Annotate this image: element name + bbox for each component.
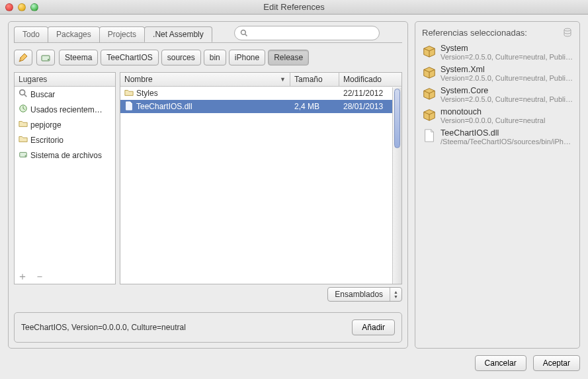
reference-name: System.Xml — [441, 65, 573, 74]
col-size-header[interactable]: Tamaño — [290, 73, 339, 86]
add-button[interactable]: Añadir — [352, 319, 395, 335]
crumb-release[interactable]: Release — [268, 50, 309, 65]
reference-name: System.Core — [441, 86, 573, 95]
drive-icon — [19, 149, 28, 161]
edit-path-button[interactable] — [14, 50, 32, 65]
accept-button[interactable]: Aceptar — [533, 355, 580, 371]
file-size: 2,4 MB — [290, 102, 339, 111]
place-usados-recientem-[interactable]: Usados recientem… — [15, 102, 115, 117]
folder-icon — [124, 88, 134, 99]
svg-point-3 — [48, 59, 49, 60]
place-label: Usados recientem… — [30, 105, 103, 114]
place-pepjorge[interactable]: pepjorge — [15, 117, 115, 132]
stepper-icon: ▲▼ — [390, 290, 401, 299]
reference-detail: Version=0.0.0.0, Culture=neutral — [441, 116, 573, 124]
crumb-teechartios[interactable]: TeeChartIOS — [101, 50, 158, 65]
col-name-header[interactable]: Nombre ▼ — [120, 73, 290, 86]
svg-point-8 — [25, 155, 26, 157]
tab-projects[interactable]: Projects — [99, 26, 145, 42]
search-icon — [240, 29, 248, 37]
selected-references-header: Referencias seleccionadas: — [422, 28, 527, 38]
window-title: Edit References — [0, 2, 588, 12]
crumb-sources[interactable]: sources — [161, 50, 201, 65]
pkg-icon — [422, 86, 437, 103]
reference-detail: /Steema/TeeChartIOS/sources/bin/iPhon… — [441, 138, 573, 146]
remove-place-button[interactable]: － — [34, 270, 45, 284]
folder-icon — [19, 119, 28, 130]
place-label: Buscar — [30, 90, 55, 99]
reference-detail: Version=2.0.5.0, Culture=neutral, Public… — [441, 74, 573, 82]
places-header: Lugares — [15, 73, 115, 87]
tab-todo[interactable]: Todo — [14, 26, 48, 42]
pkg-icon — [422, 107, 437, 124]
filter-dropdown[interactable]: Ensamblados ▲▼ — [327, 287, 402, 302]
recent-icon — [19, 104, 28, 115]
svg-line-1 — [245, 34, 247, 36]
reference-item[interactable]: SystemVersion=2.0.5.0, Culture=neutral, … — [421, 42, 574, 63]
window-minimize-button[interactable] — [18, 3, 26, 11]
reference-item[interactable]: System.XmlVersion=2.0.5.0, Culture=neutr… — [421, 63, 574, 84]
sort-indicator-icon: ▼ — [280, 76, 286, 83]
database-icon — [562, 27, 573, 38]
window-zoom-button[interactable] — [30, 3, 38, 11]
dll-icon — [124, 101, 134, 112]
crumb-steema[interactable]: Steema — [59, 50, 98, 65]
file-icon — [422, 128, 437, 146]
folder-icon — [19, 134, 28, 146]
file-row[interactable]: Styles22/11/2012 — [120, 87, 401, 100]
place-buscar[interactable]: Buscar — [15, 87, 115, 102]
reference-name: System — [441, 44, 573, 53]
status-text: TeeChartIOS, Version=0.0.0.0, Culture=ne… — [21, 323, 186, 332]
filter-dropdown-label: Ensamblados — [328, 288, 390, 301]
selected-references-pane: Referencias seleccionadas: SystemVersion… — [415, 21, 580, 349]
reference-item[interactable]: TeeChartIOS.dll/Steema/TeeChartIOS/sourc… — [421, 126, 574, 147]
file-scrollbar[interactable] — [392, 87, 401, 284]
titlebar: Edit References — [0, 0, 588, 15]
file-row[interactable]: TeeChartIOS.dll2,4 MB28/01/2013 — [120, 100, 401, 113]
svg-point-9 — [564, 28, 571, 31]
svg-point-0 — [241, 30, 245, 35]
tab-packages[interactable]: Packages — [48, 26, 100, 42]
reference-detail: Version=2.0.5.0, Culture=neutral, Public… — [441, 95, 573, 103]
svg-line-5 — [24, 95, 27, 97]
reference-detail: Version=2.0.5.0, Culture=neutral, Public… — [441, 53, 573, 61]
reference-item[interactable]: monotouchVersion=0.0.0.0, Culture=neutra… — [421, 105, 574, 126]
place-label: Escritorio — [30, 136, 63, 145]
cancel-button[interactable]: Cancelar — [475, 355, 526, 371]
file-name: TeeChartIOS.dll — [136, 102, 192, 111]
tab--net-assembly[interactable]: .Net Assembly — [144, 26, 212, 42]
pencil-icon — [18, 52, 28, 63]
home-crumb[interactable] — [36, 50, 55, 65]
reference-item[interactable]: System.CoreVersion=2.0.5.0, Culture=neut… — [421, 84, 574, 105]
col-modified-header[interactable]: Modificado — [339, 73, 401, 86]
place-sistema-de-archivos[interactable]: Sistema de archivos — [15, 147, 115, 163]
reference-name: monotouch — [441, 107, 573, 116]
place-label: Sistema de archivos — [30, 151, 102, 160]
search-input[interactable] — [251, 28, 374, 38]
place-escritorio[interactable]: Escritorio — [15, 132, 115, 147]
left-pane: TodoPackagesProjects.Net Assembly Steema… — [8, 21, 408, 349]
file-browser: Nombre ▼ Tamaño Modificado Styles22/11/2… — [120, 72, 402, 284]
search-icon — [19, 89, 28, 100]
crumb-iphone[interactable]: iPhone — [229, 50, 265, 65]
svg-point-4 — [20, 90, 25, 95]
file-name: Styles — [136, 89, 158, 98]
window-close-button[interactable] — [5, 3, 13, 11]
place-label: pepjorge — [30, 120, 62, 130]
reference-name: TeeChartIOS.dll — [441, 128, 573, 138]
search-field[interactable] — [234, 26, 380, 40]
drive-icon — [40, 52, 51, 63]
crumb-bin[interactable]: bin — [204, 50, 226, 65]
pkg-icon — [422, 65, 437, 82]
pkg-icon — [422, 44, 437, 61]
add-place-button[interactable]: ＋ — [17, 270, 28, 284]
places-panel: Lugares BuscarUsados recientem…pepjorgeE… — [14, 72, 116, 284]
